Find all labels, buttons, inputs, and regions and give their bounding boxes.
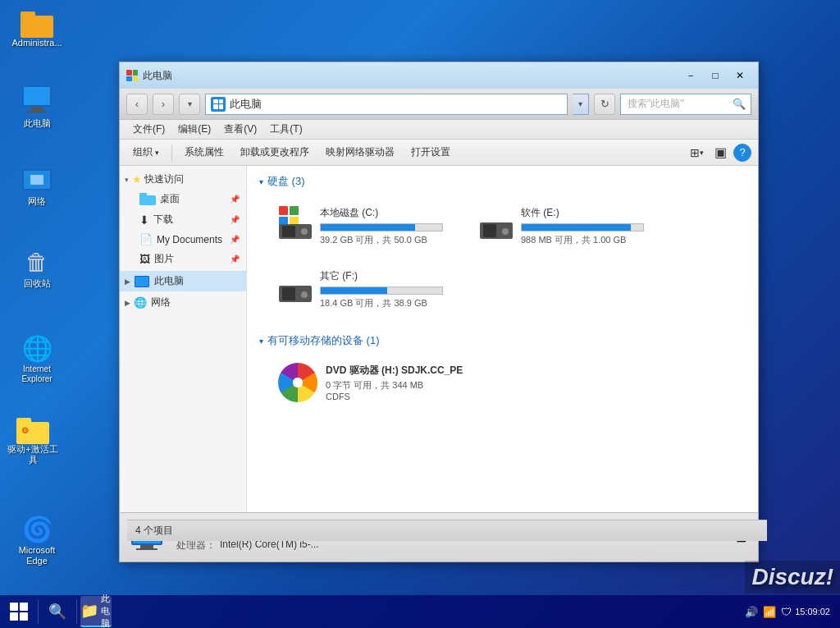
dvd-disc-icon	[278, 363, 317, 402]
address-path-display: 此电脑	[211, 97, 262, 112]
windows-logo-icon	[10, 603, 28, 621]
sidebar-item-label: 图片	[154, 252, 174, 266]
removable-section-header[interactable]: ▾ 有可移动存储的设备 (1)	[259, 333, 746, 348]
sidebar-this-pc: ▶ 此电脑	[120, 271, 246, 291]
pictures-icon: 🖼	[139, 253, 150, 265]
view-toggle-button[interactable]: ⊞ ▾	[686, 143, 708, 163]
title-bar: 此电脑 － □ ✕	[120, 62, 758, 89]
desktop-icon-label: Administra...	[11, 38, 62, 48]
organize-button[interactable]: 组织 ▾	[126, 143, 166, 163]
drive-c-progress-fill	[321, 224, 415, 231]
network-tray-icon[interactable]: 🔊	[745, 606, 758, 618]
desktop-icon-label: Internet Explorer	[11, 364, 62, 384]
menu-tools[interactable]: 工具(T)	[263, 120, 308, 139]
drive-e-progress-bg	[521, 223, 644, 231]
minimize-button[interactable]: －	[679, 67, 702, 84]
help-button[interactable]: ?	[733, 144, 751, 162]
maximize-button[interactable]: □	[704, 67, 727, 84]
recent-button[interactable]: ▾	[179, 94, 200, 115]
menu-edit[interactable]: 编辑(E)	[171, 120, 217, 139]
sidebar-toggle-icon: ▾	[125, 176, 129, 184]
taskbar-this-pc[interactable]: 📁 此电脑	[80, 596, 112, 627]
forward-button[interactable]: ›	[153, 94, 174, 115]
volume-tray-icon[interactable]: 📶	[763, 606, 776, 618]
refresh-button[interactable]: ↻	[594, 94, 615, 115]
sidebar-expand-icon: ▶	[125, 277, 130, 286]
window-icon	[126, 70, 138, 81]
uninstall-button[interactable]: 卸载或更改程序	[234, 143, 316, 163]
drive-e-info: 软件 (E:) 988 MB 可用，共 1.00 GB	[521, 206, 658, 246]
drive-e[interactable]: 软件 (E:) 988 MB 可用，共 1.00 GB	[472, 199, 665, 254]
sidebar-expand-icon: ▶	[125, 299, 130, 307]
system-clock[interactable]: 15:09:02	[795, 606, 830, 617]
sidebar-this-pc-header[interactable]: ▶ 此电脑	[120, 271, 246, 291]
sidebar-network-header[interactable]: ▶ 🌐 网络	[120, 293, 246, 312]
address-field[interactable]: 此电脑	[205, 94, 568, 115]
search-placeholder: 搜索"此电脑"	[628, 97, 684, 111]
hard-drives-section-header[interactable]: ▾ 硬盘 (3)	[259, 174, 746, 189]
drive-c[interactable]: 本地磁盘 (C:) 39.2 GB 可用，共 50.0 GB	[272, 199, 464, 254]
sidebar-item-downloads[interactable]: ⬇ 下载 📌	[120, 209, 246, 230]
document-icon: 📄	[139, 233, 153, 245]
taskbar-search[interactable]: 🔍	[42, 596, 73, 627]
folder-icon	[139, 193, 156, 205]
sidebar-item-documents[interactable]: 📄 My Documents 📌	[120, 230, 246, 249]
map-drive-button[interactable]: 映射网络驱动器	[319, 143, 401, 163]
open-settings-button[interactable]: 打开设置	[404, 143, 457, 163]
system-tray: 🔊 📶 🛡	[745, 606, 792, 618]
menu-view[interactable]: 查看(V)	[217, 120, 263, 139]
sidebar-item-pictures[interactable]: 🖼 图片 📌	[120, 249, 246, 269]
desktop-icon-administrator[interactable]: Administra...	[8, 8, 66, 52]
sidebar-quick-access: ▾ ★ 快速访问 桌面 📌 ⬇ 下载 📌 📄 My Documents	[120, 170, 246, 269]
monitor-icon	[21, 85, 53, 118]
edge-icon: 🌀	[21, 512, 53, 545]
menu-file[interactable]: 文件(F)	[126, 120, 171, 139]
main-content: ▾ ★ 快速访问 桌面 📌 ⬇ 下载 📌 📄 My Documents	[120, 166, 758, 512]
network-icon: 🌐	[134, 296, 147, 309]
taskbar-separator-2	[76, 599, 77, 624]
system-props-button[interactable]: 系统属性	[178, 143, 231, 163]
taskbar-this-pc-label: 此电脑	[101, 593, 112, 629]
back-button[interactable]: ‹	[126, 94, 148, 115]
address-dropdown[interactable]: ▾	[573, 94, 589, 115]
preview-pane-button[interactable]: ▣	[710, 143, 731, 163]
desktop-icon-recycle[interactable]: 🗑 回收站	[8, 242, 66, 292]
desktop-icon-ie[interactable]: 🌐 Internet Explorer	[8, 328, 66, 387]
title-bar-left: 此电脑	[126, 69, 172, 83]
taskbar-separator	[38, 599, 39, 624]
dvd-fs: CDFS	[326, 392, 463, 401]
drive-e-progress-fill	[522, 224, 631, 231]
desktop-icon-this-pc[interactable]: 此电脑	[8, 82, 66, 132]
desktop-icon-drive-tool[interactable]: ⚙ 驱动+激活工具	[4, 415, 62, 469]
sidebar-quick-access-header[interactable]: ▾ ★ 快速访问	[120, 170, 246, 189]
pin-icon: 📌	[230, 235, 240, 244]
discuz-watermark: Discuz!	[745, 561, 840, 594]
drive-f[interactable]: 其它 (F:) 18.4 GB 可用，共 38.9 GB	[272, 262, 464, 317]
hard-drives-label: 硬盘 (3)	[267, 174, 305, 189]
quick-access-label: 快速访问	[144, 172, 184, 186]
start-button[interactable]	[3, 596, 34, 627]
desktop-icon-network[interactable]: 网络	[8, 160, 66, 210]
hdd-f-icon	[279, 269, 312, 302]
item-count: 4 个项目	[135, 524, 173, 538]
dvd-info: DVD 驱动器 (H:) SDJK.CC_PE 0 字节 可用，共 344 MB…	[326, 364, 463, 401]
search-icon: 🔍	[733, 98, 746, 110]
hdd-e-icon	[480, 206, 513, 239]
toolbar-separator	[171, 144, 172, 161]
drive-f-info: 其它 (F:) 18.4 GB 可用，共 38.9 GB	[320, 269, 457, 309]
desktop-icon-edge[interactable]: 🌀 Microsoft Edge	[8, 509, 66, 570]
dvd-drive[interactable]: DVD 驱动器 (H:) SDJK.CC_PE 0 字节 可用，共 344 MB…	[272, 358, 746, 407]
section-toggle-icon: ▾	[259, 337, 263, 346]
address-folder-icon	[211, 97, 226, 112]
search-icon: 🔍	[48, 603, 66, 621]
close-button[interactable]: ✕	[728, 67, 751, 84]
recycle-icon: 🗑	[21, 245, 53, 278]
desktop-icon-label: 回收站	[24, 278, 51, 289]
drive-f-name: 其它 (F:)	[320, 269, 457, 283]
security-tray-icon[interactable]: 🛡	[781, 606, 792, 618]
network-label: 网络	[151, 296, 171, 309]
search-field[interactable]: 搜索"此电脑" 🔍	[620, 94, 751, 115]
taskbar: 🔍 📁 此电脑 🔊 📶 🛡 15:09:02	[0, 595, 840, 628]
sidebar-item-desktop[interactable]: 桌面 📌	[120, 189, 246, 209]
network-icon	[21, 163, 53, 196]
